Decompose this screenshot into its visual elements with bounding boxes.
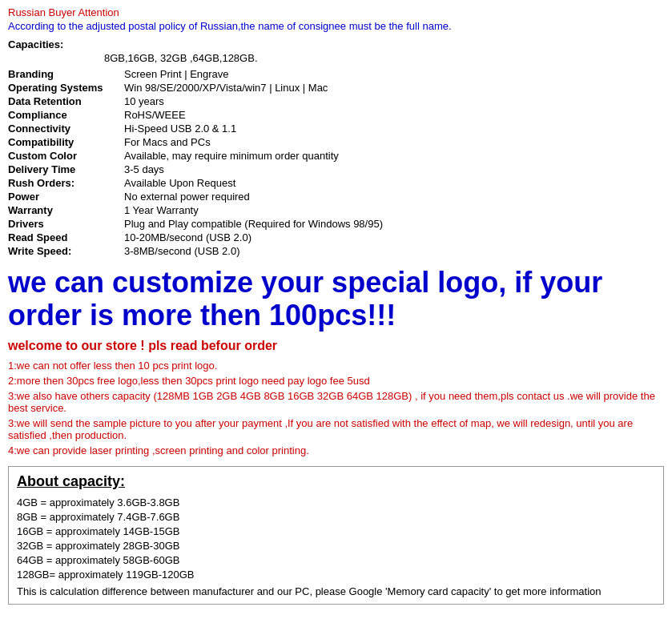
spec-value: RoHS/WEEE xyxy=(124,108,664,122)
russian-title: Russian Buyer Attention xyxy=(8,6,664,18)
spec-table: BrandingScreen Print | EngraveOperating … xyxy=(8,67,664,258)
store-item: 2:more then 30pcs free logo,less then 30… xyxy=(8,375,664,387)
spec-label: Custom Color xyxy=(8,149,124,163)
spec-value: Plug and Play compatible (Required for W… xyxy=(124,217,664,231)
store-item: 1:we can not offer less then 10 pcs prin… xyxy=(8,360,664,372)
capacity-item: 32GB = approximately 28GB-30GB xyxy=(17,540,655,552)
spec-row: Warranty 1 Year Warranty xyxy=(8,203,664,217)
spec-label: Delivery Time xyxy=(8,163,124,176)
capacities-value: 8GB,16GB, 32GB ,64GB,128GB. xyxy=(104,52,664,64)
store-item: 3:we will send the sample picture to you… xyxy=(8,417,664,441)
spec-label: Write Speed: xyxy=(8,244,124,258)
big-promo-text: we can customize your special logo, if y… xyxy=(8,266,664,332)
spec-row: ConnectivityHi-Speed USB 2.0 & 1.1 xyxy=(8,122,664,135)
spec-value: Available Upon Request xyxy=(124,176,664,190)
spec-row: BrandingScreen Print | Engrave xyxy=(8,67,664,81)
spec-row: Read Speed10-20MB/second (USB 2.0) xyxy=(8,231,664,244)
capacity-note: This is calculation difference between m… xyxy=(17,585,655,597)
spec-value: Win 98/SE/2000/XP/Vista/win7 | Linux | M… xyxy=(124,81,664,94)
about-title: About capacity: xyxy=(17,473,655,490)
welcome-title: welcome to our store ! pls read befour o… xyxy=(8,339,664,353)
spec-label: Data Retention xyxy=(8,94,124,108)
spec-row: Custom ColorAvailable, may require minim… xyxy=(8,149,664,163)
spec-row: CompatibilityFor Macs and PCs xyxy=(8,135,664,149)
spec-value: For Macs and PCs xyxy=(124,135,664,149)
about-capacity-section: About capacity: 4GB = approximately 3.6G… xyxy=(8,466,664,605)
spec-value: Hi-Speed USB 2.0 & 1.1 xyxy=(124,122,664,135)
capacity-item: 4GB = approximately 3.6GB-3.8GB xyxy=(17,496,655,508)
spec-value: 3-5 days xyxy=(124,163,664,176)
spec-row: ComplianceRoHS/WEEE xyxy=(8,108,664,122)
spec-row: PowerNo external power required xyxy=(8,190,664,203)
spec-value: 3-8MB/second (USB 2.0) xyxy=(124,244,664,258)
capacity-item: 64GB = approximately 58GB-60GB xyxy=(17,554,655,566)
capacity-item: 16GB = approximately 14GB-15GB xyxy=(17,525,655,537)
spec-label: Drivers xyxy=(8,217,124,231)
spec-value: 1 Year Warranty xyxy=(124,203,664,217)
capacities-label: Capacities: xyxy=(8,38,664,50)
spec-row: Operating SystemsWin 98/SE/2000/XP/Vista… xyxy=(8,81,664,94)
russian-desc: According to the adjusted postal policy … xyxy=(8,20,664,32)
capacity-item: 8GB = approximately 7.4GB-7.6GB xyxy=(17,511,655,523)
store-item: 3:we also have others capacity (128MB 1G… xyxy=(8,390,664,414)
spec-label: Warranty xyxy=(8,203,124,217)
spec-label: Connectivity xyxy=(8,122,124,135)
spec-label: Operating Systems xyxy=(8,81,124,94)
spec-label: Rush Orders: xyxy=(8,176,124,190)
spec-label: Branding xyxy=(8,67,124,81)
spec-label: Power xyxy=(8,190,124,203)
spec-value: 10 years xyxy=(124,94,664,108)
spec-value: Available, may require minimum order qua… xyxy=(124,149,664,163)
spec-label: Compatibility xyxy=(8,135,124,149)
spec-value: 10-20MB/second (USB 2.0) xyxy=(124,231,664,244)
store-item: 4:we can provide laser printing ,screen … xyxy=(8,444,664,456)
spec-row: Delivery Time3-5 days xyxy=(8,163,664,176)
capacity-items-container: 4GB = approximately 3.6GB-3.8GB8GB = app… xyxy=(17,496,655,581)
store-items-container: 1:we can not offer less then 10 pcs prin… xyxy=(8,360,664,456)
spec-value: No external power required xyxy=(124,190,664,203)
spec-value: Screen Print | Engrave xyxy=(124,67,664,81)
spec-label: Compliance xyxy=(8,108,124,122)
spec-row: DriversPlug and Play compatible (Require… xyxy=(8,217,664,231)
capacity-item: 128GB= approximately 119GB-120GB xyxy=(17,569,655,581)
spec-label: Read Speed xyxy=(8,231,124,244)
spec-row: Rush Orders:Available Upon Request xyxy=(8,176,664,190)
spec-row: Write Speed:3-8MB/second (USB 2.0) xyxy=(8,244,664,258)
spec-row: Data Retention10 years xyxy=(8,94,664,108)
